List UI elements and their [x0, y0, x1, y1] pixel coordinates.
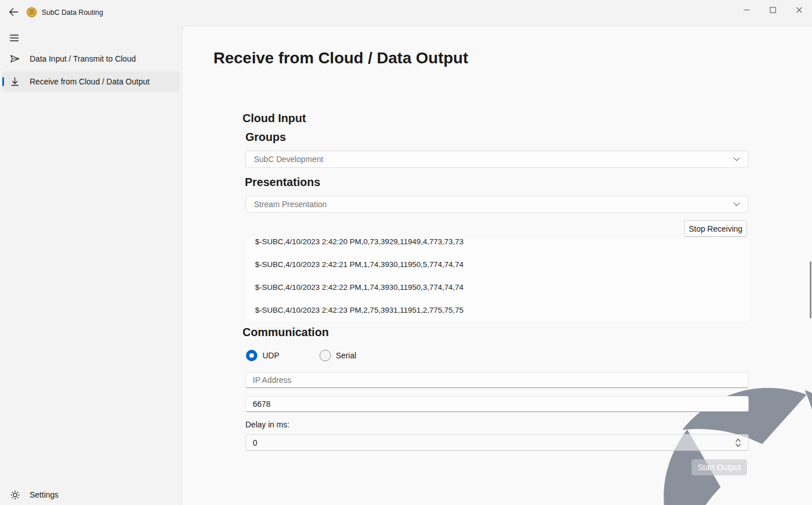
port-input[interactable]	[245, 396, 749, 412]
close-button[interactable]	[786, 0, 812, 19]
gear-icon	[10, 490, 20, 500]
chevron-down-icon	[733, 202, 740, 207]
sidebar-item-settings[interactable]: Settings	[2, 484, 180, 505]
sidebar-item-label: Receive from Cloud / Data Output	[30, 77, 150, 86]
cloud-input-heading: Cloud Input	[243, 112, 306, 125]
minimize-icon	[744, 7, 750, 13]
delay-label: Delay in ms:	[245, 420, 289, 429]
protocol-radio-group: UDP Serial	[246, 350, 356, 361]
sidebar-item-label: Settings	[30, 490, 59, 499]
chevron-down-icon	[733, 157, 740, 161]
communication-heading: Communication	[243, 326, 329, 339]
groups-label: Groups	[245, 131, 286, 144]
content-panel: Receive from Cloud / Data Output Cloud I…	[181, 26, 812, 505]
log-line: $-SUBC,4/10/2023 2:42:23 PM,2,75,3931,11…	[245, 299, 749, 321]
download-icon	[10, 76, 20, 87]
delay-value: 0	[253, 438, 735, 447]
maximize-button[interactable]	[760, 0, 786, 19]
form-layer: Receive from Cloud / Data Output Cloud I…	[182, 26, 812, 505]
udp-radio-label[interactable]: UDP	[262, 351, 280, 360]
back-button[interactable]	[5, 4, 22, 21]
serial-radio[interactable]	[320, 350, 331, 361]
title-bar: SubC Data Routing	[0, 0, 812, 26]
groups-dropdown-value: SubC Development	[254, 155, 733, 164]
udp-radio[interactable]	[246, 350, 257, 361]
hamburger-menu-icon	[10, 34, 19, 42]
maximize-icon	[770, 7, 776, 13]
number-spinner-icon[interactable]	[735, 438, 741, 447]
window-title: SubC Data Routing	[42, 9, 103, 17]
log-line: $-SUBC,4/10/2023 2:42:20 PM,0,73,3929,11…	[245, 239, 749, 253]
sidebar-item-label: Data Input / Transmit to Cloud	[30, 54, 136, 63]
selected-indicator	[2, 77, 4, 86]
back-arrow-icon	[9, 8, 18, 18]
page-title: Receive from Cloud / Data Output	[213, 49, 468, 67]
ip-address-input[interactable]	[245, 372, 749, 388]
groups-dropdown[interactable]: SubC Development	[245, 151, 749, 168]
presentations-label: Presentations	[245, 176, 320, 189]
sidebar: Data Input / Transmit to Cloud Receive f…	[0, 26, 181, 505]
presentations-dropdown[interactable]: Stream Presentation	[245, 196, 749, 213]
log-line: $-SUBC,4/10/2023 2:42:21 PM,1,74,3930,11…	[245, 253, 749, 276]
log-line: $-SUBC,4/10/2023 2:42:22 PM,1,74,3930,11…	[245, 276, 749, 299]
received-data-log[interactable]: $-SUBC,4/10/2023 2:42:20 PM,0,73,3929,11…	[245, 239, 749, 321]
presentations-dropdown-value: Stream Presentation	[254, 200, 733, 209]
serial-radio-label[interactable]: Serial	[336, 351, 357, 360]
nav-menu-button[interactable]	[5, 29, 24, 47]
close-icon	[796, 7, 802, 13]
minimize-button[interactable]	[733, 0, 760, 19]
app-window: SubC Data Routing Data Input / Transmit …	[0, 0, 812, 505]
scrollbar[interactable]	[810, 261, 811, 318]
delay-input[interactable]: 0	[245, 434, 749, 451]
send-icon	[10, 54, 20, 64]
sidebar-item-data-input[interactable]: Data Input / Transmit to Cloud	[2, 49, 180, 69]
gold-coin-app-icon	[26, 7, 37, 18]
window-controls	[733, 0, 812, 19]
start-output-button[interactable]: Start Output	[692, 459, 747, 475]
sidebar-item-receive-output[interactable]: Receive from Cloud / Data Output	[2, 71, 180, 92]
stop-receiving-button[interactable]: Stop Receiving	[684, 220, 747, 237]
